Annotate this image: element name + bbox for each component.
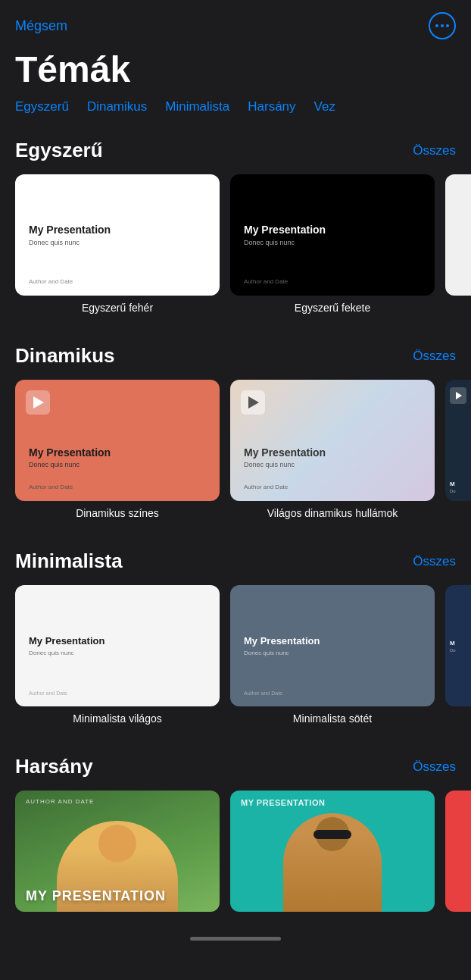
section-header-dinamikus: Dinamikus Összes	[0, 338, 471, 380]
partial-min-title: M	[450, 640, 471, 647]
template-card-min-dark[interactable]: My Presentation Donec quis nunc Author a…	[230, 585, 435, 725]
more-button[interactable]	[429, 12, 456, 39]
template-card-dinamikus-waves[interactable]: My Presentation Donec quis nunc Author a…	[230, 380, 435, 519]
template-row-harsany: AUTHOR AND DATE MY PRESENTATION My Prese…	[0, 791, 471, 918]
pres-title-min-dark: My Presentation	[244, 635, 421, 647]
template-card-harsany-partial[interactable]	[445, 791, 471, 918]
dot-3	[446, 24, 449, 27]
pres-author-dynamic-color: Author and Date	[29, 484, 206, 490]
page-title: Témák	[0, 45, 471, 99]
template-thumb-dinamikus-partial: M Do	[445, 380, 471, 501]
template-thumb-min-partial: M Do	[445, 585, 471, 706]
play-triangle-color	[33, 396, 44, 409]
harsany2-title: My Presentation	[241, 798, 325, 807]
template-card-min-light[interactable]: My Presentation Donec quis nunc Author a…	[15, 585, 220, 725]
tab-harsany[interactable]: Harsány	[248, 99, 295, 114]
partial-pres-title: M	[450, 481, 471, 487]
template-card-dinamikus-partial[interactable]: M Do	[445, 380, 471, 519]
pres-title-dynamic-color: My Presentation	[29, 446, 206, 459]
template-label-dinamikus-szines: Dinamikus színes	[76, 507, 159, 519]
more-dots-icon	[435, 24, 449, 27]
pres-author-black: Author and Date	[244, 278, 288, 285]
harsany1-title: MY PRESENTATION	[26, 888, 209, 904]
section-harsany: Harsány Összes AUTHOR AND DATE MY PRESEN…	[0, 743, 471, 930]
template-label-egyszeru-fekete: Egyszerű fekete	[295, 302, 370, 314]
template-thumb-harsany-2: My Presentation	[230, 791, 435, 912]
pres-sub-black: Donec quis nunc	[244, 239, 421, 246]
template-row-minimalista: My Presentation Donec quis nunc Author a…	[0, 585, 471, 725]
pres-sub-white: Donec quis nunc	[29, 239, 206, 246]
pres-sub-min-light: Donec quis nunc	[29, 650, 206, 656]
template-thumb-min-light: My Presentation Donec quis nunc Author a…	[15, 585, 220, 706]
partial-content	[445, 174, 471, 296]
section-header-minimalista: Minimalista Összes	[0, 543, 471, 585]
section-egyszeru: Egyszerű Összes My Presentation Donec qu…	[0, 127, 471, 326]
section-minimalista: Minimalista Összes My Presentation Donec…	[0, 537, 471, 737]
pres-title-min-light: My Presentation	[29, 635, 206, 647]
section-all-egyszeru[interactable]: Összes	[413, 143, 456, 158]
template-thumb-dinamikus-szines: My Presentation Donec quis nunc Author a…	[15, 380, 220, 501]
template-card-dinamikus-szines[interactable]: My Presentation Donec quis nunc Author a…	[15, 380, 220, 519]
tab-vez[interactable]: Vez	[314, 99, 335, 114]
partial-content-dark: M Do	[445, 380, 471, 501]
tab-minimalista[interactable]: Minimalista	[165, 99, 229, 114]
partial-pres-sub: Do	[450, 489, 471, 493]
section-dinamikus: Dinamikus Összes My Presentation Donec q…	[0, 332, 471, 531]
section-title-dinamikus: Dinamikus	[15, 344, 115, 368]
pres-author-dynamic-waves: Author and Date	[244, 484, 421, 490]
section-header-harsany: Harsány Összes	[0, 749, 471, 791]
dot-2	[441, 24, 444, 27]
template-card-harsany-2[interactable]: My Presentation	[230, 791, 435, 918]
play-icon-waves	[241, 390, 265, 415]
template-card-egyszeru-fekete[interactable]: My Presentation Donec quis nunc Author a…	[230, 174, 435, 314]
section-all-dinamikus[interactable]: Összes	[413, 349, 456, 364]
partial-navy: M Do	[445, 585, 471, 706]
section-all-harsany[interactable]: Összes	[413, 759, 456, 775]
partial-harsany	[445, 791, 471, 912]
cancel-button[interactable]: Mégsem	[15, 18, 67, 34]
template-thumb-harsany-partial	[445, 791, 471, 912]
section-title-minimalista: Minimalista	[15, 549, 123, 573]
template-label-egyszeru-feher: Egyszerű fehér	[82, 302, 153, 314]
pres-author-white: Author and Date	[29, 278, 73, 285]
template-row-egyszeru: My Presentation Donec quis nunc Author a…	[0, 174, 471, 314]
pres-sub-min-dark: Donec quis nunc	[244, 650, 421, 656]
template-thumb-egyszeru-partial	[445, 174, 471, 296]
section-all-minimalista[interactable]: Összes	[413, 554, 456, 569]
template-thumb-egyszeru-fekete: My Presentation Donec quis nunc Author a…	[230, 174, 435, 296]
bottom-bar	[0, 930, 471, 953]
pres-sub-dynamic-waves: Donec quis nunc	[244, 461, 421, 468]
dot-1	[435, 24, 438, 27]
pres-title-black: My Presentation	[244, 224, 421, 236]
template-card-min-partial[interactable]: M Do	[445, 585, 471, 725]
harsany1-author: AUTHOR AND DATE	[26, 798, 94, 805]
pres-title-dynamic-waves: My Presentation	[244, 446, 421, 459]
pres-title-white: My Presentation	[29, 224, 206, 236]
home-indicator	[190, 937, 281, 941]
section-title-egyszeru: Egyszerű	[15, 139, 103, 162]
template-card-harsany-1[interactable]: AUTHOR AND DATE MY PRESENTATION	[15, 791, 220, 918]
tab-egyszeru[interactable]: Egyszerű	[15, 99, 69, 114]
pres-sub-dynamic-color: Donec quis nunc	[29, 461, 206, 468]
template-thumb-dinamikus-waves: My Presentation Donec quis nunc Author a…	[230, 380, 435, 501]
pres-author-min-light: Author and Date	[29, 690, 67, 696]
play-triangle-waves	[248, 396, 259, 409]
template-card-egyszeru-feher[interactable]: My Presentation Donec quis nunc Author a…	[15, 174, 220, 314]
template-label-min-light: Minimalista világos	[73, 712, 161, 725]
tab-dinamikus[interactable]: Dinamikus	[87, 99, 147, 114]
section-header-egyszeru: Egyszerű Összes	[0, 133, 471, 174]
template-label-min-dark: Minimalista sötét	[293, 712, 372, 725]
category-tabs: Egyszerű Dinamikus Minimalista Harsány V…	[0, 99, 471, 127]
template-card-egyszeru-partial[interactable]	[445, 174, 471, 314]
play-icon-color	[26, 390, 50, 415]
template-thumb-min-dark: My Presentation Donec quis nunc Author a…	[230, 585, 435, 706]
template-thumb-harsany-1: AUTHOR AND DATE MY PRESENTATION	[15, 791, 220, 912]
template-label-dinamikus-waves: Világos dinamikus hullámok	[267, 507, 398, 519]
section-title-harsany: Harsány	[15, 755, 93, 778]
partial-min-sub: Do	[450, 648, 471, 653]
template-row-dinamikus: My Presentation Donec quis nunc Author a…	[0, 380, 471, 519]
header: Mégsem	[0, 0, 471, 45]
pres-author-min-dark: Author and Date	[244, 690, 282, 696]
template-thumb-egyszeru-feher: My Presentation Donec quis nunc Author a…	[15, 174, 220, 296]
